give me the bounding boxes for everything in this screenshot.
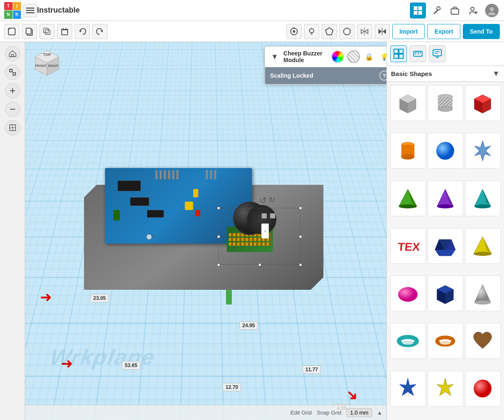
- svg-marker-23: [100, 30, 102, 32]
- pin-2: [160, 170, 162, 179]
- flip-btn[interactable]: [375, 24, 390, 39]
- sel-handle-br[interactable]: [299, 263, 302, 266]
- color-palette-btn[interactable]: [331, 50, 344, 63]
- svg-marker-114: [437, 378, 454, 396]
- panel-collapse-arrow[interactable]: ›: [261, 223, 269, 239]
- snap-up-arrow[interactable]: ▲: [377, 410, 382, 416]
- svg-marker-64: [436, 56, 439, 58]
- sel-handle-bm[interactable]: [258, 263, 261, 266]
- comp-green-1: [113, 210, 120, 220]
- grid-view-btn[interactable]: [410, 3, 426, 18]
- eye-icon-btn[interactable]: 💡: [378, 51, 386, 63]
- snap-grid-value[interactable]: 1.0 mm: [346, 408, 372, 417]
- briefcase-icon: [450, 6, 459, 15]
- avatar-btn[interactable]: [484, 3, 500, 18]
- add-user-btn[interactable]: [465, 3, 481, 18]
- zoom-out-btn[interactable]: [5, 102, 20, 117]
- shape-teal-cone[interactable]: [465, 181, 501, 216]
- home-view-btn[interactable]: [5, 46, 20, 61]
- svg-point-9: [471, 7, 474, 10]
- shape-orange-torus[interactable]: [428, 323, 463, 359]
- sel-handle-tr[interactable]: [299, 207, 302, 210]
- shape-red-sphere[interactable]: [465, 371, 501, 407]
- tab-ruler[interactable]: [410, 45, 426, 62]
- menu-icon-btn[interactable]: [24, 4, 37, 17]
- sel-handle-rm[interactable]: [299, 235, 302, 238]
- camera-view-btn[interactable]: [286, 24, 302, 39]
- collapse-btn[interactable]: ▼: [269, 52, 280, 61]
- import-btn[interactable]: Import: [392, 24, 425, 39]
- new-design-btn[interactable]: [4, 24, 19, 39]
- shape-dark-blue-box[interactable]: [428, 276, 463, 311]
- copy-btn[interactable]: [22, 24, 37, 39]
- svg-point-27: [310, 29, 314, 33]
- export-btn[interactable]: Export: [427, 24, 460, 39]
- shape-striped-cylinder[interactable]: [428, 85, 463, 121]
- shape-spiky-blue[interactable]: [465, 133, 501, 168]
- lock-icon-btn[interactable]: 🔒: [363, 51, 375, 63]
- shape-purple-cone[interactable]: [428, 181, 463, 216]
- sel-handle-tl[interactable]: [217, 207, 220, 210]
- color-striped-btn[interactable]: [347, 50, 360, 63]
- rotation-handle[interactable]: ↻: [269, 195, 275, 205]
- popup-panel: ▼ Cheep Buzzer Module 🔒 💡 Scaling Locked…: [265, 46, 386, 84]
- svg-rect-58: [414, 51, 422, 56]
- measure-23: 23.05: [90, 294, 109, 302]
- edit-grid-btn[interactable]: Edit Grid: [291, 410, 312, 416]
- projects-btn[interactable]: [447, 3, 463, 18]
- center-pivot[interactable]: [146, 234, 152, 240]
- shape-gray-cone[interactable]: [465, 276, 501, 311]
- sel-handle-lm[interactable]: [217, 235, 220, 238]
- shape-yellow-pyramid[interactable]: [465, 228, 501, 264]
- redo-btn[interactable]: [92, 24, 108, 39]
- tinkercad-logo[interactable]: T I N K: [4, 2, 21, 19]
- send-to-btn[interactable]: Send To: [463, 24, 500, 39]
- fit-view-btn[interactable]: [5, 65, 20, 80]
- tools-btn[interactable]: [428, 3, 444, 18]
- measure-12: 12.70: [223, 383, 241, 391]
- shape-teal-torus[interactable]: [390, 323, 426, 359]
- shape-magenta-ellipsoid[interactable]: [390, 276, 426, 311]
- shape-gray-cube[interactable]: [390, 85, 426, 121]
- shapes-dropdown-btn[interactable]: ▼: [492, 69, 500, 78]
- tab-comment[interactable]: [429, 45, 446, 62]
- shape-red-box[interactable]: [465, 85, 501, 121]
- svg-rect-63: [433, 50, 441, 56]
- delete-btn[interactable]: [57, 24, 72, 39]
- right-panel-tabs: [387, 42, 504, 66]
- polygon-btn[interactable]: [322, 24, 337, 39]
- canvas-area[interactable]: Wrkplane TOP RIGHT FRONT: [25, 42, 386, 420]
- view-cube-svg[interactable]: TOP RIGHT FRONT: [32, 48, 63, 80]
- undo-btn[interactable]: [75, 24, 90, 39]
- svg-rect-2: [26, 12, 34, 13]
- svg-rect-41: [13, 73, 16, 75]
- pin-7: [206, 170, 208, 179]
- svg-marker-84: [475, 141, 491, 161]
- svg-text:TOP: TOP: [43, 52, 51, 57]
- shape-dark-prism[interactable]: [428, 228, 463, 264]
- shape-star-blue-spiky[interactable]: [390, 371, 426, 407]
- shape-star-yellow[interactable]: [428, 371, 463, 407]
- shape-orange-cylinder[interactable]: [390, 133, 426, 168]
- shape-blue-sphere[interactable]: [428, 133, 463, 168]
- duplicate-btn[interactable]: [39, 24, 55, 39]
- light-btn[interactable]: [304, 24, 319, 39]
- bulb-icon: [307, 27, 316, 36]
- circle-btn[interactable]: [339, 24, 354, 39]
- mirror-btn[interactable]: [357, 24, 372, 39]
- shape-text-red[interactable]: TEXT: [390, 228, 426, 264]
- tab-grid[interactable]: [390, 45, 407, 62]
- svg-rect-54: [394, 49, 398, 53]
- logo-t: T: [4, 2, 13, 10]
- shape-brown-heart[interactable]: [465, 323, 501, 359]
- ortho-btn[interactable]: [5, 120, 20, 135]
- zoom-in-btn[interactable]: [5, 83, 20, 98]
- ortho-icon: [9, 124, 16, 131]
- pins-row-2: [206, 170, 216, 179]
- help-btn[interactable]: ?: [379, 71, 386, 81]
- shape-green-pyramid[interactable]: [390, 181, 426, 216]
- sel-handle-bl[interactable]: [217, 263, 220, 266]
- svg-rect-0: [26, 8, 34, 9]
- pin-3: [164, 170, 166, 179]
- user-add-icon: [469, 6, 478, 15]
